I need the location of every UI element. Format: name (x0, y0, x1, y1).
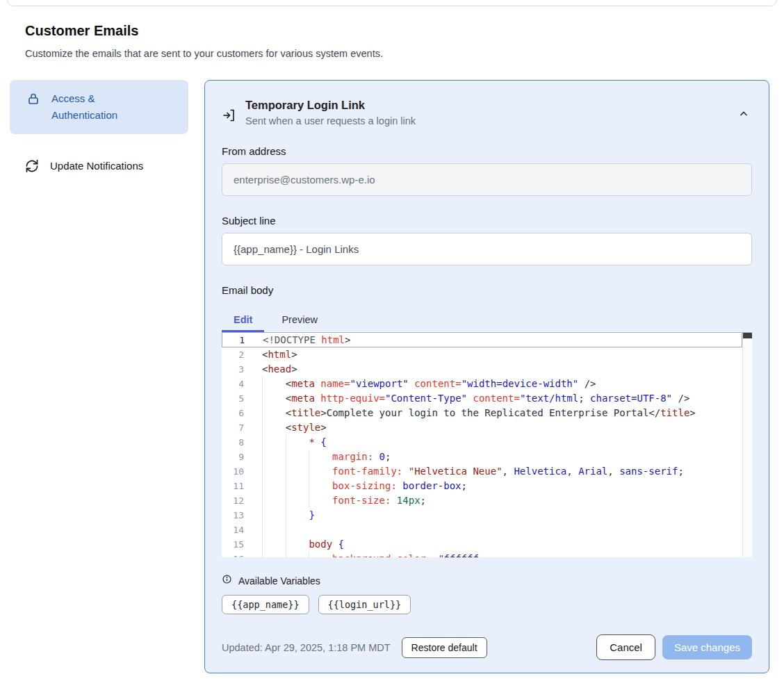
page-subtitle: Customize the emails that are sent to yo… (25, 48, 784, 59)
editor-scrollbar-thumb[interactable] (743, 333, 752, 338)
indent-guide (262, 406, 286, 420)
code-line-content: margin: 0; (244, 450, 391, 464)
email-body-label: Email body (222, 284, 752, 296)
line-number: 7 (222, 420, 244, 435)
code-line-content: font-size: 14px; (244, 493, 426, 508)
line-number: 13 (222, 508, 244, 523)
code-line: 8* { (222, 435, 742, 450)
lock-icon (26, 92, 40, 106)
line-number: 2 (222, 347, 244, 362)
indent-guide (286, 523, 309, 537)
from-address-input[interactable] (222, 163, 752, 196)
code-line-content: font-family: "Helvetica Neue", Helvetica… (244, 464, 684, 479)
line-number: 4 (222, 377, 244, 391)
code-line: 16background-color: #ffffff; (222, 552, 742, 557)
code-line-content: <meta http-equiv="Content-Type" content=… (244, 391, 689, 406)
indent-guide (309, 464, 332, 479)
indent-guide (262, 391, 286, 406)
indent-guide (286, 450, 309, 464)
indent-guide (262, 377, 286, 391)
available-variables-label: Available Variables (238, 575, 320, 586)
from-address-label: From address (222, 145, 752, 157)
indent-guide (262, 450, 286, 464)
info-icon (222, 574, 232, 587)
indent-guide (262, 537, 286, 552)
line-number: 5 (222, 391, 244, 406)
sidebar-item-access-authentication[interactable]: Access & Authentication (10, 80, 188, 134)
indent-guide (262, 523, 286, 537)
line-number: 12 (222, 493, 244, 508)
tab-preview[interactable]: Preview (270, 308, 329, 332)
code-line-content: <meta name="viewport" content="width=dev… (244, 377, 596, 391)
code-line-content (244, 523, 309, 537)
code-line: 7<style> (222, 420, 742, 435)
cancel-button[interactable]: Cancel (596, 634, 655, 660)
available-variables-header: Available Variables (222, 574, 752, 587)
email-body-tabs: EditPreview (222, 308, 752, 332)
panel-header: Temporary Login Link Sent when a user re… (222, 99, 752, 126)
panel-footer: Updated: Apr 29, 2025, 1:18 PM MDT Resto… (222, 634, 752, 660)
login-link-icon (222, 108, 236, 122)
code-line: 4<meta name="viewport" content="width=de… (222, 377, 742, 391)
indent-guide (286, 508, 309, 523)
sidebar-item-label: Access & Authentication (51, 90, 156, 124)
indent-guide (309, 493, 332, 508)
indent-guide (286, 464, 309, 479)
line-number: 15 (222, 537, 244, 552)
code-line-content: <head> (244, 362, 297, 377)
temporary-login-link-panel: Temporary Login Link Sent when a user re… (204, 80, 769, 673)
tab-edit[interactable]: Edit (222, 308, 264, 332)
variable-chip[interactable]: {{login_url}} (318, 595, 411, 614)
code-line-content: box-sizing: border-box; (244, 479, 467, 493)
sidebar-item-label: Update Notifications (50, 158, 143, 174)
previous-card-bottom-edge (7, 0, 777, 6)
editor-scrollbar[interactable] (742, 333, 752, 557)
code-line-content: <!DOCTYPE html> (245, 333, 350, 347)
code-line: 5<meta http-equiv="Content-Type" content… (222, 391, 742, 406)
indent-guide (262, 493, 286, 508)
code-line: 13} (222, 508, 742, 523)
panel-title: Temporary Login Link (245, 99, 416, 112)
code-line-content: background-color: #ffffff; (244, 552, 484, 557)
subject-line-input[interactable] (222, 233, 752, 265)
collapse-panel-button[interactable] (735, 106, 752, 124)
indent-guide (262, 420, 286, 435)
code-editor-lines: 1<!DOCTYPE html>2<html>3<head>4<meta nam… (222, 333, 742, 557)
email-types-sidebar: Access & AuthenticationUpdate Notificati… (10, 80, 188, 180)
restore-default-button[interactable]: Restore default (402, 637, 487, 658)
customer-emails-content: Access & AuthenticationUpdate Notificati… (10, 80, 769, 673)
panel-title-block: Temporary Login Link Sent when a user re… (245, 99, 416, 126)
indent-guide (262, 464, 286, 479)
line-number: 11 (222, 479, 244, 493)
indent-guide (262, 552, 286, 557)
variable-chips: {{app_name}}{{login_url}} (222, 595, 752, 614)
refresh-icon (25, 159, 39, 173)
code-line-content: <title>Complete your login to the Replic… (244, 406, 696, 420)
indent-guide (309, 450, 332, 464)
indent-guide (309, 479, 332, 493)
line-number: 9 (222, 450, 244, 464)
code-line: 11box-sizing: border-box; (222, 479, 742, 493)
code-line: 9margin: 0; (222, 450, 742, 464)
line-number: 10 (222, 464, 244, 479)
indent-guide (309, 552, 332, 557)
line-number: 14 (222, 523, 244, 537)
code-line-content: * { (244, 435, 327, 450)
code-line-content: } (244, 508, 315, 523)
sidebar-item-update-notifications[interactable]: Update Notifications (10, 152, 188, 180)
code-editor[interactable]: 1<!DOCTYPE html>2<html>3<head>4<meta nam… (222, 332, 752, 557)
code-line: 12font-size: 14px; (222, 493, 742, 508)
save-changes-button[interactable]: Save changes (662, 635, 752, 659)
code-line-content: body { (244, 537, 344, 552)
indent-guide (286, 493, 309, 508)
line-number: 6 (222, 406, 244, 420)
code-line: 14 (222, 523, 742, 537)
indent-guide (286, 435, 309, 450)
variable-chip[interactable]: {{app_name}} (222, 595, 309, 614)
line-number: 16 (222, 552, 244, 557)
indent-guide (286, 552, 309, 557)
code-line: 6<title>Complete your login to the Repli… (222, 406, 742, 420)
line-number: 3 (222, 362, 244, 377)
code-line-content: <html> (244, 347, 297, 362)
subject-line-label: Subject line (222, 215, 752, 227)
